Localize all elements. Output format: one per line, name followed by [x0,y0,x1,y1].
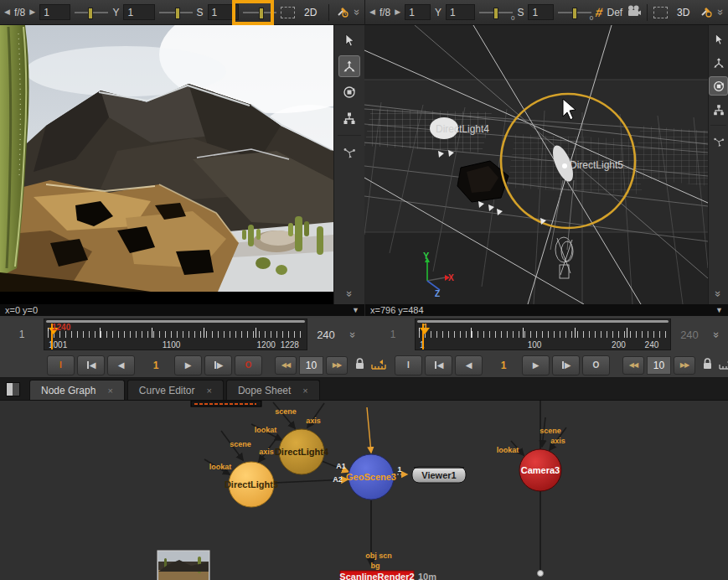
gamma-slider[interactable] [159,12,193,13]
saturation-field[interactable]: 1 [208,4,239,20]
timeline-scrollbar[interactable] [46,320,305,323]
color-sampler-icon[interactable] [700,4,713,21]
edge-directlight5-geoscene[interactable] [275,479,348,483]
scale-tool-icon[interactable] [338,107,360,129]
rotate-tool-icon[interactable] [709,76,728,96]
set-out-point-button[interactable]: O [235,355,262,375]
select-tool-icon[interactable] [709,29,728,49]
color-sampler-icon[interactable] [336,4,349,21]
region-of-interest-icon[interactable] [281,7,295,18]
viewer-mode-2d-dropdown[interactable]: 2D [299,4,323,21]
current-frame-field[interactable]: 1 [485,360,522,371]
playhead[interactable]: 1 [422,324,424,350]
status-dropdown-icon[interactable]: ▼ [715,307,723,314]
prev-keyframe-button[interactable]: ◀ [77,355,105,375]
timeline-row: 1 1001 1100 1200 1228 1240 240 » 1 [0,316,728,353]
set-in-point-button[interactable]: I [395,355,422,375]
saturation-field[interactable]: 1 [528,4,554,20]
viewer-input-number: 1 [397,465,401,474]
step-forward-button[interactable]: ▶▶ [326,356,348,375]
timeline-chevron-icon[interactable]: » [711,326,722,343]
step-back-button[interactable]: ◀◀ [275,356,297,375]
saturation-slider[interactable]: 0 [558,12,591,13]
region-of-interest-icon[interactable] [653,7,668,18]
node-camera3[interactable]: Camera3 [519,449,561,491]
camera-icon[interactable] [627,5,641,20]
node-graph-canvas[interactable]: scene axis lookat scene axis lookat scen… [0,401,728,580]
range-end-field[interactable]: 240 [671,329,708,341]
node-scanlinerender2[interactable]: ScanlineRender2 [339,571,414,580]
play-backward-button[interactable]: ◀ [455,355,483,375]
set-out-point-button[interactable]: O [582,355,610,375]
set-in-point-button[interactable]: I [47,355,75,375]
range-end-field[interactable]: 240 [307,329,344,341]
translate-tool-icon[interactable] [709,53,728,72]
play-forward-button[interactable]: ▶ [174,355,202,375]
timeline-chevron-icon[interactable]: » [348,326,359,343]
viewer-mode-3d-dropdown[interactable]: 3D [672,4,695,21]
viewer3d-side-toolbar: » [708,25,728,304]
viewer3d-viewport[interactable]: DirectLight4 DirectLight5 [364,25,708,304]
range-start-field[interactable]: 1 [371,329,415,340]
clipped-node-top[interactable] [191,401,261,407]
tab-close-icon[interactable]: × [107,386,112,396]
select-tool-icon[interactable] [338,29,360,51]
saturation-label: S [517,7,524,18]
edge-elbow-dot[interactable] [538,571,544,577]
saturation-slider[interactable] [243,12,276,13]
timeline-scrollbar[interactable] [417,320,669,323]
gamma-field[interactable]: 1 [446,4,476,20]
node-geoscene[interactable]: GeoScene3 [346,454,396,500]
edge-scene-to-geoscene[interactable] [367,407,371,453]
gain-field[interactable]: 1 [39,4,70,20]
side-toolbar-chevron-icon[interactable]: » [713,284,724,303]
grid-display-icon[interactable]: # [594,5,604,19]
skew-tool-icon[interactable] [338,142,360,163]
fstop-increase-icon[interactable]: ▶ [395,8,400,16]
skew-tool-icon[interactable] [709,132,728,151]
node-directlight5[interactable]: DirectLight5 [225,462,278,507]
next-keyframe-button[interactable]: ▶ [204,355,232,375]
step-back-button[interactable]: ◀◀ [622,356,644,375]
gamma-slider[interactable]: 0 [479,12,513,13]
rotate-tool-icon[interactable] [338,81,360,103]
side-toolbar-chevron-icon[interactable]: » [344,279,355,309]
fstop-increase-icon[interactable]: ▶ [29,8,35,16]
range-start-field[interactable]: 1 [0,329,44,340]
viewer2d-viewport[interactable] [0,25,333,304]
playhead[interactable]: 1240 [51,324,53,350]
render-thumbnail[interactable] [157,551,209,580]
play-backward-button[interactable]: ◀ [107,355,135,375]
gamma-field[interactable]: 1 [123,4,154,20]
next-keyframe-button[interactable]: ▶ [552,355,580,375]
edge-directlight4-geoscene[interactable] [322,461,349,472]
prev-keyframe-button[interactable]: ◀ [425,355,452,375]
tab-dope-sheet[interactable]: Dope Sheet × [226,380,320,400]
frame-range-icon[interactable] [719,358,728,373]
play-forward-button[interactable]: ▶ [522,355,550,375]
gain-slider[interactable] [75,12,108,13]
frame-increment-field[interactable]: 10 [647,356,671,375]
frame-increment-field[interactable]: 10 [299,356,323,375]
step-forward-button[interactable]: ▶▶ [674,356,695,375]
panel-layout-icon[interactable] [6,382,20,396]
frame-ruler[interactable]: 1 100 200 240 1 [415,318,671,350]
tab-node-graph[interactable]: Node Graph × [29,380,125,400]
frame-ruler[interactable]: 1001 1100 1200 1228 1240 [44,318,307,350]
tab-close-icon[interactable]: × [207,386,212,396]
toolbar-overflow-chevron-icon[interactable]: » [715,9,726,15]
current-frame-field[interactable]: 1 [137,360,174,371]
translate-tool-icon[interactable] [338,55,360,77]
fstop-decrease-icon[interactable]: ◀ [369,8,375,16]
viewer2d-toolbar: ◀ f/8 ▶ 1 Y 1 S 1 2D [0,0,364,25]
tab-close-icon[interactable]: × [302,386,307,396]
toolbar-overflow-chevron-icon[interactable]: » [352,9,363,15]
scale-tool-icon[interactable] [709,100,728,119]
gamma-label: Y [435,7,441,18]
fstop-decrease-icon[interactable]: ◀ [4,8,10,16]
node-directlight4[interactable]: DirectLight4 [275,429,329,474]
gain-field[interactable]: 1 [405,4,431,20]
lock-range-icon[interactable] [702,358,713,373]
tab-curve-editor[interactable]: Curve Editor × [127,380,224,400]
node-viewer1[interactable]: Viewer1 [412,467,466,483]
